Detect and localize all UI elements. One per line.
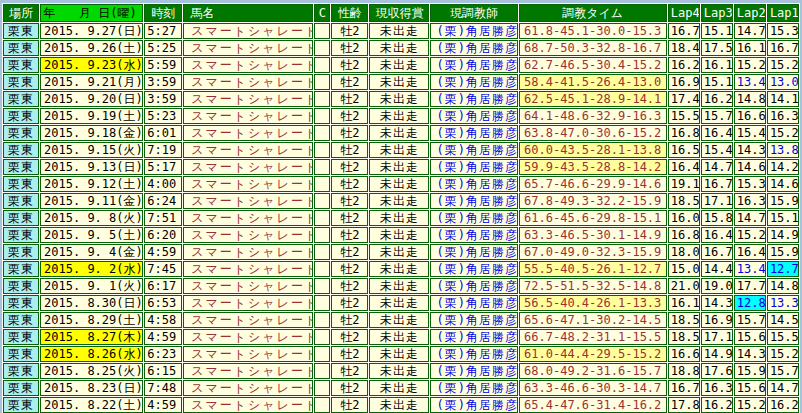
table-row[interactable]: 栗東 2015. 8.29(土) 4:58 スマートシャレード 牡2 未出走 (… <box>3 312 799 328</box>
horse-name-cell[interactable]: スマートシャレード <box>183 40 313 56</box>
horse-name-cell[interactable]: スマートシャレード <box>183 261 313 277</box>
table-row[interactable]: 栗東 2015. 9.18(金) 6:01 スマートシャレード 牡2 未出走 (… <box>3 125 799 141</box>
table-row[interactable]: 栗東 2015. 8.25(火) 6:15 スマートシャレード 牡2 未出走 (… <box>3 363 799 379</box>
horse-name-cell[interactable]: スマートシャレード <box>183 159 313 175</box>
horse-name-cell[interactable]: スマートシャレード <box>183 380 313 396</box>
lap4-cell: 16.1 <box>668 295 700 311</box>
table-row[interactable]: 栗東 2015. 8.30(日) 6:53 スマートシャレード 牡2 未出走 (… <box>3 295 799 311</box>
horse-name-cell[interactable]: スマートシャレード <box>183 363 313 379</box>
horse-name-cell[interactable]: スマートシャレード <box>183 210 313 226</box>
date-cell: 2015. 9.27(日) <box>40 23 143 39</box>
table-row[interactable]: 栗東 2015. 9.12(土) 4:00 スマートシャレード 牡2 未出走 (… <box>3 176 799 192</box>
trainer-cell[interactable]: (栗)角居勝彦 <box>430 312 517 328</box>
train-time-cell: 61.0-44.4-29.5-15.2 <box>519 346 667 362</box>
time-cell: 4:59 <box>144 244 182 260</box>
place-cell: 栗東 <box>3 159 39 175</box>
trainer-cell[interactable]: (栗)角居勝彦 <box>430 159 517 175</box>
trainer-cell[interactable]: (栗)角居勝彦 <box>430 261 517 277</box>
horse-name-cell[interactable]: スマートシャレード <box>183 193 313 209</box>
table-row[interactable]: 栗東 2015. 9. 5(土) 6:20 スマートシャレード 牡2 未出走 (… <box>3 227 799 243</box>
place-cell: 栗東 <box>3 397 39 413</box>
lap4-cell: 16.9 <box>668 74 700 90</box>
lap1-cell: 14.7 <box>767 380 799 396</box>
trainer-cell[interactable]: (栗)角居勝彦 <box>430 57 517 73</box>
horse-name-cell[interactable]: スマートシャレード <box>183 74 313 90</box>
table-row[interactable]: 栗東 2015. 9.23(水) 5:59 スマートシャレード 牡2 未出走 (… <box>3 57 799 73</box>
trainer-cell[interactable]: (栗)角居勝彦 <box>430 244 517 260</box>
place-cell: 栗東 <box>3 278 39 294</box>
trainer-cell[interactable]: (栗)角居勝彦 <box>430 125 517 141</box>
trainer-cell[interactable]: (栗)角居勝彦 <box>430 74 517 90</box>
lap3-cell: 15.1 <box>701 74 733 90</box>
date-cell: 2015. 8.29(土) <box>40 312 143 328</box>
horse-name-cell[interactable]: スマートシャレード <box>183 329 313 345</box>
table-row[interactable]: 栗東 2015. 9.13(日) 5:17 スマートシャレード 牡2 未出走 (… <box>3 159 799 175</box>
table-row[interactable]: 栗東 2015. 9.15(火) 7:19 スマートシャレード 牡2 未出走 (… <box>3 142 799 158</box>
horse-name-cell[interactable]: スマートシャレード <box>183 227 313 243</box>
horse-name-cell[interactable]: スマートシャレード <box>183 125 313 141</box>
table-row[interactable]: 栗東 2015. 9.19(土) 5:23 スマートシャレード 牡2 未出走 (… <box>3 108 799 124</box>
table-row[interactable]: 栗東 2015. 9. 8(火) 7:51 スマートシャレード 牡2 未出走 (… <box>3 210 799 226</box>
trainer-cell[interactable]: (栗)角居勝彦 <box>430 91 517 107</box>
table-row[interactable]: 栗東 2015. 9.20(日) 3:59 スマートシャレード 牡2 未出走 (… <box>3 91 799 107</box>
table-row[interactable]: 栗東 2015. 9. 4(金) 4:59 スマートシャレード 牡2 未出走 (… <box>3 244 799 260</box>
lap1-cell: 16.7 <box>767 40 799 56</box>
horse-name-cell[interactable]: スマートシャレード <box>183 346 313 362</box>
horse-name-cell[interactable]: スマートシャレード <box>183 91 313 107</box>
date-cell: 2015. 8.26(水) <box>40 346 143 362</box>
table-row[interactable]: 栗東 2015. 8.27(木) 4:59 スマートシャレード 牡2 未出走 (… <box>3 329 799 345</box>
lap1-cell: 16.2 <box>767 397 799 413</box>
horse-name-cell[interactable]: スマートシャレード <box>183 295 313 311</box>
horse-name-cell[interactable]: スマートシャレード <box>183 244 313 260</box>
train-time-cell: 64.1-48.6-32.9-16.3 <box>519 108 667 124</box>
horse-name-cell[interactable]: スマートシャレード <box>183 176 313 192</box>
table-row[interactable]: 栗東 2015. 8.22(土) 4:59 スマートシャレード 牡2 未出走 (… <box>3 397 799 413</box>
header-lap1: Lap1 <box>767 4 799 22</box>
table-row[interactable]: 栗東 2015. 9.26(土) 5:25 スマートシャレード 牡2 未出走 (… <box>3 40 799 56</box>
trainer-cell[interactable]: (栗)角居勝彦 <box>430 278 517 294</box>
horse-name-cell[interactable]: スマートシャレード <box>183 278 313 294</box>
earnings-cell: 未出走 <box>369 23 429 39</box>
table-row[interactable]: 栗東 2015. 9. 1(火) 6:17 スマートシャレード 牡2 未出走 (… <box>3 278 799 294</box>
trainer-cell[interactable]: (栗)角居勝彦 <box>430 346 517 362</box>
horse-name-cell[interactable]: スマートシャレード <box>183 23 313 39</box>
date-cell: 2015. 8.22(土) <box>40 397 143 413</box>
trainer-cell[interactable]: (栗)角居勝彦 <box>430 193 517 209</box>
trainer-cell[interactable]: (栗)角居勝彦 <box>430 176 517 192</box>
trainer-cell[interactable]: (栗)角居勝彦 <box>430 227 517 243</box>
header-c: C <box>314 4 330 22</box>
c-cell <box>314 74 330 90</box>
trainer-cell[interactable]: (栗)角居勝彦 <box>430 23 517 39</box>
table-row[interactable]: 栗東 2015. 9.21(月) 3:59 スマートシャレード 牡2 未出走 (… <box>3 74 799 90</box>
earnings-cell: 未出走 <box>369 159 429 175</box>
trainer-cell[interactable]: (栗)角居勝彦 <box>430 295 517 311</box>
lap3-cell: 16.2 <box>701 397 733 413</box>
table-header-row: 場所 年 月 日(曜) 時刻 馬名 C 性齢 現収得賞 現調教師 調教タイム L… <box>3 4 799 22</box>
lap4-cell: 19.1 <box>668 176 700 192</box>
time-cell: 4:58 <box>144 312 182 328</box>
trainer-cell[interactable]: (栗)角居勝彦 <box>430 363 517 379</box>
trainer-cell[interactable]: (栗)角居勝彦 <box>430 329 517 345</box>
table-row[interactable]: 栗東 2015. 8.26(水) 6:23 スマートシャレード 牡2 未出走 (… <box>3 346 799 362</box>
trainer-cell[interactable]: (栗)角居勝彦 <box>430 40 517 56</box>
table-row[interactable]: 栗東 2015. 8.23(日) 7:48 スマートシャレード 牡2 未出走 (… <box>3 380 799 396</box>
horse-name-cell[interactable]: スマートシャレード <box>183 397 313 413</box>
date-cell: 2015. 9. 2(水) <box>40 261 143 277</box>
trainer-cell[interactable]: (栗)角居勝彦 <box>430 210 517 226</box>
horse-name-cell[interactable]: スマートシャレード <box>183 312 313 328</box>
trainer-cell[interactable]: (栗)角居勝彦 <box>430 108 517 124</box>
date-cell: 2015. 9.13(日) <box>40 159 143 175</box>
lap2-cell: 16.1 <box>734 40 766 56</box>
time-cell: 7:48 <box>144 380 182 396</box>
trainer-cell[interactable]: (栗)角居勝彦 <box>430 142 517 158</box>
table-row[interactable]: 栗東 2015. 9.11(金) 6:24 スマートシャレード 牡2 未出走 (… <box>3 193 799 209</box>
trainer-cell[interactable]: (栗)角居勝彦 <box>430 397 517 413</box>
table-row[interactable]: 栗東 2015. 9.27(日) 5:27 スマートシャレード 牡2 未出走 (… <box>3 23 799 39</box>
sex-age-cell: 牡2 <box>331 193 368 209</box>
trainer-cell[interactable]: (栗)角居勝彦 <box>430 380 517 396</box>
horse-name-cell[interactable]: スマートシャレード <box>183 142 313 158</box>
table-row[interactable]: 栗東 2015. 9. 2(水) 7:45 スマートシャレード 牡2 未出走 (… <box>3 261 799 277</box>
header-earnings: 現収得賞 <box>369 4 429 22</box>
horse-name-cell[interactable]: スマートシャレード <box>183 57 313 73</box>
horse-name-cell[interactable]: スマートシャレード <box>183 108 313 124</box>
